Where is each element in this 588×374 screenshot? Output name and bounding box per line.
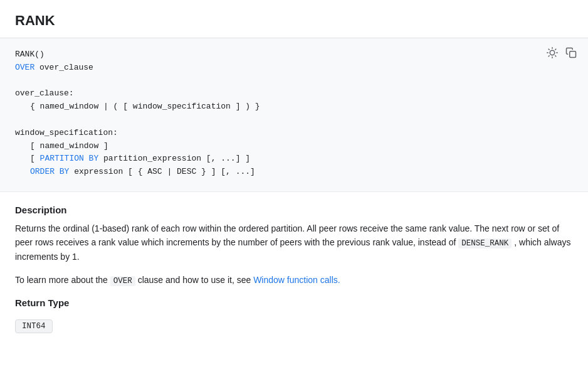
page-title: RANK	[15, 13, 573, 29]
content-section: Description Returns the ordinal (1-based…	[0, 192, 588, 346]
theme-toggle-icon[interactable]	[545, 46, 559, 60]
code-toolbar	[545, 46, 578, 60]
svg-rect-9	[570, 51, 576, 58]
code-line-2: OVER over_clause	[15, 61, 573, 75]
code-line-blank-2	[15, 114, 573, 127]
copy-icon[interactable]	[564, 46, 578, 60]
code-line-1: RANK()	[15, 48, 573, 61]
window-function-link[interactable]: Window function calls.	[253, 275, 340, 285]
code-line-8: ORDER BY expression [ { ASC | DESC } ] […	[15, 166, 573, 179]
code-line-7: [ PARTITION BY partition_expression [, .…	[15, 152, 573, 166]
code-line-6: [ named_window ]	[15, 140, 573, 153]
svg-line-4	[555, 56, 556, 56]
code-section: RANK() OVER over_clause over_clause: { n…	[0, 38, 588, 192]
desc-text-2-mid: clause and how to use it, see	[138, 275, 251, 285]
svg-line-7	[549, 56, 549, 56]
svg-line-8	[555, 49, 556, 50]
dense-rank-code: DENSE_RANK	[458, 238, 512, 248]
return-type-heading: Return Type	[15, 297, 573, 308]
page-title-section: RANK	[0, 0, 588, 38]
return-type-section: Return Type INT64	[15, 297, 573, 333]
svg-point-0	[550, 50, 555, 55]
svg-line-3	[549, 49, 549, 50]
code-line-4: { named_window | ( [ window_specificatio…	[15, 100, 573, 114]
code-block: RANK() OVER over_clause over_clause: { n…	[15, 48, 573, 179]
code-line-blank-1	[15, 75, 573, 88]
return-type-badge: INT64	[15, 319, 53, 333]
description-paragraph-2: To learn more about the OVER clause and …	[15, 273, 573, 287]
code-line-3: over_clause:	[15, 87, 573, 100]
description-paragraph-1: Returns the ordinal (1-based) rank of ea…	[15, 222, 573, 264]
desc-text-2-start: To learn more about the	[15, 275, 108, 285]
description-heading: Description	[15, 205, 573, 215]
code-line-5: window_specification:	[15, 127, 573, 140]
over-code: OVER	[110, 276, 135, 286]
